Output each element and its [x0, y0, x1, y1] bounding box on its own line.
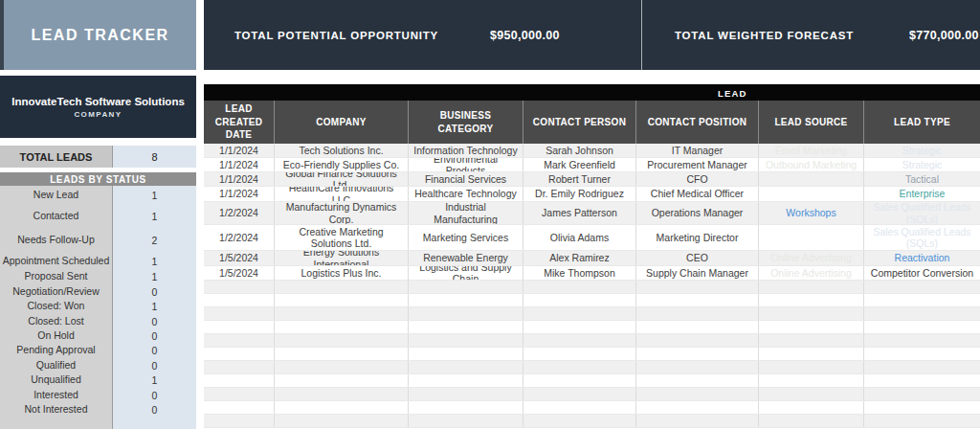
empty-cell[interactable]: [204, 281, 275, 293]
cell-position[interactable]: Chief Medical Officer: [636, 187, 759, 201]
empty-cell[interactable]: [204, 388, 275, 400]
status-count[interactable]: 1: [113, 373, 196, 388]
empty-cell[interactable]: [409, 374, 523, 387]
cell-category[interactable]: Industrial Manufacturing: [409, 202, 523, 224]
empty-cell[interactable]: [204, 321, 275, 333]
total-potential-opportunity-value[interactable]: $950,000.00: [490, 29, 560, 42]
empty-cell[interactable]: [636, 401, 759, 414]
cell-date[interactable]: 1/2/2024: [204, 202, 275, 224]
empty-cell[interactable]: [636, 294, 759, 306]
empty-cell[interactable]: [636, 307, 759, 320]
cell-date[interactable]: 1/1/2024: [204, 187, 275, 201]
empty-cell[interactable]: [759, 321, 864, 333]
cell-company[interactable]: Creative Marketing Solutions Ltd.: [275, 225, 409, 250]
empty-cell[interactable]: [523, 294, 636, 306]
cell-source[interactable]: Outbound Marketing: [759, 158, 864, 171]
cell-date[interactable]: 1/5/2024: [204, 266, 275, 280]
cell-person[interactable]: Sarah Johnson: [523, 144, 636, 157]
empty-cell[interactable]: [864, 294, 980, 306]
cell-person[interactable]: Robert Turner: [523, 172, 636, 186]
empty-cell[interactable]: [409, 307, 523, 320]
empty-cell[interactable]: [523, 361, 636, 373]
cell-category[interactable]: Environmental Products: [409, 158, 523, 171]
empty-cell[interactable]: [636, 281, 759, 293]
empty-cell[interactable]: [409, 415, 523, 427]
empty-cell[interactable]: [759, 374, 864, 387]
cell-category[interactable]: Information Technology: [409, 144, 523, 157]
cell-date[interactable]: 1/1/2024: [204, 158, 275, 171]
empty-cell[interactable]: [275, 334, 409, 347]
empty-cell[interactable]: [275, 321, 409, 333]
cell-position[interactable]: Supply Chain Manager: [636, 266, 759, 280]
empty-cell[interactable]: [523, 281, 636, 293]
empty-cell[interactable]: [523, 307, 636, 320]
empty-cell[interactable]: [275, 294, 409, 306]
cell-type[interactable]: Sales Qualified Leads (SQLs): [864, 225, 980, 250]
status-count[interactable]: 0: [113, 284, 196, 299]
empty-cell[interactable]: [275, 415, 409, 427]
empty-cell[interactable]: [759, 307, 864, 320]
cell-date[interactable]: 1/1/2024: [204, 172, 275, 186]
empty-cell[interactable]: [204, 415, 275, 427]
cell-company[interactable]: Energy Solutions International: [275, 251, 409, 265]
empty-cell[interactable]: [409, 294, 523, 306]
empty-cell[interactable]: [409, 348, 523, 360]
empty-cell[interactable]: [636, 361, 759, 373]
empty-cell[interactable]: [759, 348, 864, 360]
empty-cell[interactable]: [275, 374, 409, 387]
cell-position[interactable]: Operations Manager: [636, 202, 759, 224]
empty-cell[interactable]: [636, 334, 759, 347]
empty-cell[interactable]: [759, 401, 864, 414]
empty-cell[interactable]: [409, 388, 523, 400]
status-count[interactable]: 1: [113, 299, 196, 314]
status-count[interactable]: 1: [113, 269, 196, 284]
empty-cell[interactable]: [864, 321, 980, 333]
cell-category[interactable]: Marketing Services: [409, 225, 523, 250]
cell-company[interactable]: Eco-Friendly Supplies Co.: [275, 158, 409, 171]
empty-cell[interactable]: [636, 348, 759, 360]
empty-cell[interactable]: [759, 388, 864, 400]
cell-source[interactable]: Online Advertising: [759, 251, 864, 265]
cell-source[interactable]: [759, 225, 864, 250]
empty-cell[interactable]: [204, 374, 275, 387]
cell-person[interactable]: Mike Thompson: [523, 266, 636, 280]
cell-person[interactable]: Dr. Emily Rodriguez: [523, 187, 636, 201]
company-card[interactable]: InnovateTech Software Solutions COMPANY: [0, 76, 196, 138]
empty-cell[interactable]: [864, 348, 980, 360]
empty-cell[interactable]: [409, 334, 523, 347]
empty-cell[interactable]: [864, 401, 980, 414]
cell-source[interactable]: Online Advertising: [759, 266, 864, 280]
empty-cell[interactable]: [204, 361, 275, 373]
cell-company[interactable]: HealthCare Innovations LLC: [275, 187, 409, 201]
empty-cell[interactable]: [636, 321, 759, 333]
cell-person[interactable]: Olivia Adams: [523, 225, 636, 250]
empty-cell[interactable]: [204, 294, 275, 306]
empty-cell[interactable]: [275, 401, 409, 414]
cell-type[interactable]: Competitor Conversion: [864, 266, 980, 280]
empty-cell[interactable]: [275, 388, 409, 400]
empty-cell[interactable]: [204, 401, 275, 414]
cell-type[interactable]: Strategic: [864, 144, 980, 157]
cell-person[interactable]: Alex Ramirez: [523, 251, 636, 265]
cell-type[interactable]: Tactical: [864, 172, 980, 186]
cell-company[interactable]: Global Finance Solutions Ltd.: [275, 172, 409, 186]
status-count[interactable]: 0: [113, 402, 196, 417]
status-count[interactable]: 1: [113, 186, 196, 205]
empty-cell[interactable]: [409, 321, 523, 333]
empty-cell[interactable]: [523, 388, 636, 400]
empty-cell[interactable]: [523, 374, 636, 387]
empty-cell[interactable]: [864, 361, 980, 373]
cell-source[interactable]: Workshops: [759, 202, 864, 224]
total-weighted-forecast-value[interactable]: $770,000.00: [909, 29, 979, 42]
status-count[interactable]: 0: [113, 343, 196, 358]
empty-cell[interactable]: [636, 388, 759, 400]
cell-position[interactable]: Marketing Director: [636, 225, 759, 250]
total-leads-value[interactable]: 8: [113, 146, 196, 168]
cell-position[interactable]: IT Manager: [636, 144, 759, 157]
cell-company[interactable]: Logistics Plus Inc.: [275, 266, 409, 280]
empty-cell[interactable]: [275, 281, 409, 293]
empty-cell[interactable]: [204, 307, 275, 320]
cell-category[interactable]: Financial Services: [409, 172, 523, 186]
cell-type[interactable]: Reactivation: [864, 251, 980, 265]
empty-cell[interactable]: [759, 415, 864, 427]
